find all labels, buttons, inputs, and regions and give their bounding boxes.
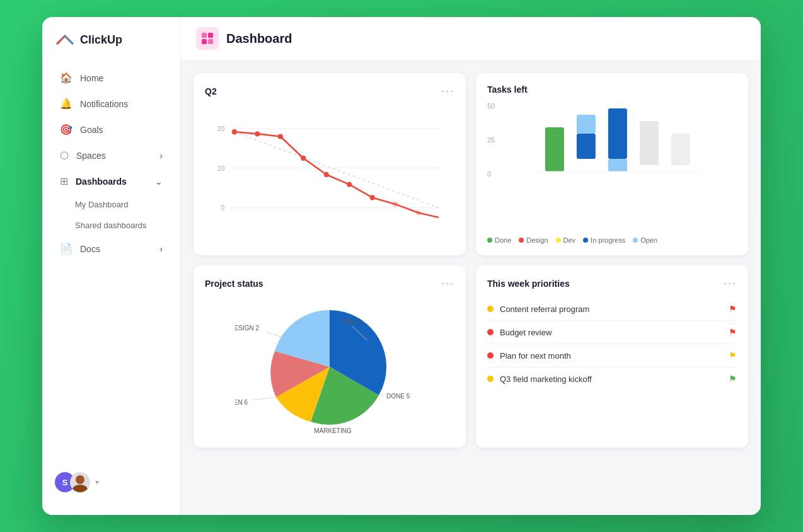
svg-rect-26 <box>608 159 627 171</box>
main-content: Dashboard Q2 ··· <box>181 17 761 515</box>
svg-point-20 <box>393 202 398 207</box>
svg-line-37 <box>254 397 276 400</box>
q2-chart-title: Q2 <box>205 86 217 96</box>
q2-chart-card: Q2 ··· 20 10 0 <box>194 73 466 255</box>
priority-text: Content referral program <box>500 304 589 314</box>
sidebar-item-shared-dashboards[interactable]: Shared dashboards <box>47 216 175 235</box>
sidebar-item-home[interactable]: 🏠 Home <box>47 66 175 90</box>
priority-item: Budget review ⚑ <box>487 321 737 344</box>
tasks-y-25: 25 <box>487 136 495 144</box>
svg-text:DONE 5: DONE 5 <box>386 393 410 400</box>
dashboard-icon <box>196 27 219 50</box>
tasks-y-50: 50 <box>487 102 495 110</box>
svg-rect-5 <box>208 39 213 44</box>
svg-point-16 <box>301 156 306 161</box>
q2-more-button[interactable]: ··· <box>441 84 454 98</box>
sidebar-item-goals[interactable]: 🎯 Goals <box>47 117 175 142</box>
priority-dot <box>487 306 494 312</box>
svg-point-15 <box>278 134 283 139</box>
priority-text: Budget review <box>500 328 552 337</box>
flag-icon: ⚑ <box>729 304 737 314</box>
tasks-y-0: 0 <box>487 170 495 178</box>
legend-inprogress: In progress <box>583 236 625 244</box>
legend-open: Open <box>633 236 657 244</box>
priority-text: Q3 field marketing kickoff <box>500 374 592 384</box>
bell-icon: 🔔 <box>60 98 72 110</box>
svg-point-1 <box>72 485 88 492</box>
pie-area: DEV 3 DONE 5 DESIGN 2 OPEN 6 MARKETING <box>205 298 454 436</box>
priority-text: Plan for next month <box>500 351 571 361</box>
priority-item: Plan for next month ⚑ <box>487 344 737 367</box>
sidebar: ClickUp 🏠 Home 🔔 Notifications 🎯 Goals ⬡… <box>42 17 181 515</box>
tasks-left-card: Tasks left 50 25 0 <box>476 73 748 255</box>
goals-icon: 🎯 <box>60 124 72 136</box>
chevron-right-icon: › <box>159 151 163 161</box>
svg-point-18 <box>347 182 352 187</box>
priorities-title: This week priorities <box>487 279 570 289</box>
sidebar-bottom: S ▾ <box>42 462 180 502</box>
svg-rect-25 <box>608 108 627 159</box>
sidebar-section-dashboards[interactable]: ⊞ Dashboards ⌄ <box>47 169 175 194</box>
content-wrapper: Q2 ··· 20 10 0 <box>181 61 761 515</box>
svg-text:0: 0 <box>221 204 224 211</box>
flag-icon: ⚑ <box>729 350 737 361</box>
spaces-icon: ⬡ <box>60 149 69 161</box>
legend-design: Design <box>519 236 548 244</box>
sidebar-item-my-dashboard[interactable]: My Dashboard <box>47 195 175 214</box>
flag-icon: ⚑ <box>729 327 737 337</box>
docs-icon: 📄 <box>60 243 72 255</box>
priorities-more[interactable]: ··· <box>724 277 737 290</box>
svg-text:20: 20 <box>217 125 225 132</box>
topbar: Dashboard <box>181 17 761 61</box>
priority-list: Content referral program ⚑ Budget review… <box>487 298 737 436</box>
svg-text:DEV 3: DEV 3 <box>343 318 361 325</box>
legend-done: Done <box>487 236 511 244</box>
priority-dot <box>487 329 494 335</box>
svg-point-19 <box>370 195 375 200</box>
home-icon: 🏠 <box>60 72 72 84</box>
sidebar-section-spaces[interactable]: ⬡ Spaces › <box>47 143 175 168</box>
svg-point-21 <box>416 210 421 215</box>
project-status-title: Project status <box>205 279 263 289</box>
svg-text:OPEN 6: OPEN 6 <box>235 399 248 406</box>
svg-rect-27 <box>640 121 659 165</box>
svg-rect-22 <box>545 127 564 171</box>
svg-rect-23 <box>577 115 596 134</box>
priority-item: Content referral program ⚑ <box>487 298 737 321</box>
project-status-card: Project status ··· <box>194 265 466 448</box>
page-title: Dashboard <box>226 32 292 46</box>
svg-rect-3 <box>208 33 213 38</box>
project-status-more[interactable]: ··· <box>441 277 454 290</box>
logo: ClickUp <box>42 30 180 65</box>
chevron-right-icon: › <box>159 244 163 254</box>
dashboards-icon: ⊞ <box>60 175 68 187</box>
svg-point-14 <box>255 131 260 136</box>
svg-rect-28 <box>671 134 690 165</box>
sidebar-item-notifications[interactable]: 🔔 Notifications <box>47 91 175 116</box>
tasks-left-title: Tasks left <box>487 84 528 95</box>
svg-rect-24 <box>577 134 596 159</box>
priority-item: Q3 field marketing kickoff ⚑ <box>487 367 737 390</box>
svg-text:10: 10 <box>217 165 225 172</box>
priority-dot <box>487 376 494 382</box>
chevron-down-icon: ▾ <box>95 478 99 487</box>
svg-point-13 <box>232 129 237 134</box>
svg-line-12 <box>234 132 438 207</box>
avatar-user <box>70 472 90 492</box>
legend-dev: Dev <box>556 236 576 244</box>
svg-text:MARKETING: MARKETING <box>314 427 352 434</box>
flag-icon: ⚑ <box>729 374 737 384</box>
svg-rect-2 <box>202 33 207 38</box>
svg-point-17 <box>324 172 329 177</box>
priority-dot <box>487 352 494 359</box>
sidebar-section-docs[interactable]: 📄 Docs › <box>47 236 175 261</box>
priorities-card: This week priorities ··· Content referra… <box>476 265 748 448</box>
q2-chart-area: 20 10 0 <box>205 105 454 244</box>
bar-legend: Done Design Dev In progress <box>487 236 737 244</box>
chevron-down-icon: ⌄ <box>155 176 163 187</box>
svg-rect-4 <box>202 39 207 44</box>
svg-point-0 <box>76 475 84 484</box>
app-name: ClickUp <box>80 33 122 47</box>
content-area: Q2 ··· 20 10 0 <box>181 61 761 460</box>
clickup-logo-icon <box>55 30 75 50</box>
